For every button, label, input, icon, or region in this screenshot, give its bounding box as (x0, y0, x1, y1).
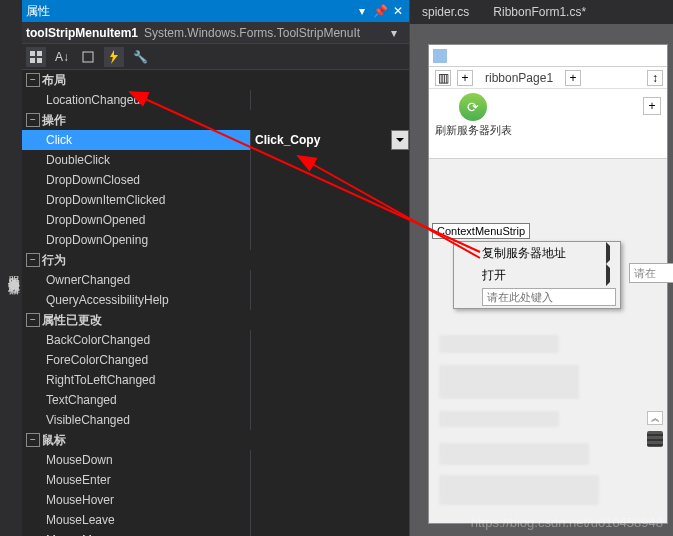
property-name: BackColorChanged (22, 330, 250, 350)
ribbon-menu-icon[interactable]: ▥ (435, 70, 451, 86)
property-row[interactable]: MouseDown (22, 450, 409, 470)
property-row[interactable]: RightToLeftChanged (22, 370, 409, 390)
property-value[interactable] (250, 510, 409, 530)
editor-tab[interactable]: RibbonForm1.cs* (481, 0, 598, 24)
property-row[interactable]: VisibleChanged (22, 410, 409, 430)
designer-surface[interactable]: ▥ + ribbonPage1 + ↕ ⟳ 刷新服务器列表 + Conte (410, 24, 673, 536)
add-group-icon[interactable]: + (643, 97, 661, 115)
property-value[interactable] (250, 230, 409, 250)
property-value[interactable] (250, 270, 409, 290)
ribbon-expand-icon[interactable]: ↕ (647, 70, 663, 86)
expand-chevron-icon[interactable]: ︽ (647, 411, 663, 425)
refresh-servers-button[interactable]: ⟳ 刷新服务器列表 (433, 93, 513, 138)
property-row[interactable]: LocationChanged (22, 90, 409, 110)
alphabetical-icon[interactable]: A↓ (52, 47, 72, 67)
property-value[interactable] (250, 470, 409, 490)
window-icon (433, 49, 447, 63)
property-value[interactable] (250, 330, 409, 350)
editor-tab[interactable]: spider.cs (410, 0, 481, 24)
wrench-icon[interactable]: 🔧 (130, 47, 150, 67)
property-name: DropDownClosed (22, 170, 250, 190)
property-row[interactable]: DropDownOpening (22, 230, 409, 250)
property-value[interactable] (250, 170, 409, 190)
category-row[interactable]: −属性已更改 (22, 310, 409, 330)
submenu-new-item-input[interactable]: 请在 (629, 263, 673, 283)
property-value[interactable] (250, 90, 409, 110)
object-selector[interactable]: toolStripMenuItem1 System.Windows.Forms.… (22, 22, 409, 44)
property-value[interactable] (250, 190, 409, 210)
property-row[interactable]: MouseLeave (22, 510, 409, 530)
property-name: MouseEnter (22, 470, 250, 490)
ribbon-control[interactable]: ▥ + ribbonPage1 + ↕ ⟳ 刷新服务器列表 + (429, 67, 667, 159)
ribbon-add-icon[interactable]: + (457, 70, 473, 86)
category-row[interactable]: −布局 (22, 70, 409, 90)
property-value[interactable] (250, 290, 409, 310)
obscured-region (439, 365, 579, 399)
categorized-icon[interactable] (26, 47, 46, 67)
collapse-icon[interactable]: − (26, 113, 40, 127)
collapse-icon[interactable]: − (26, 433, 40, 447)
property-row[interactable]: DropDownItemClicked (22, 190, 409, 210)
property-row[interactable]: TextChanged (22, 390, 409, 410)
svg-rect-4 (83, 52, 93, 62)
menu-new-item-input[interactable] (482, 288, 616, 306)
obscured-region (439, 411, 559, 427)
menu-item-copy-address[interactable]: 复制服务器地址 (454, 242, 620, 264)
menu-item-new-placeholder[interactable] (454, 286, 620, 308)
pin-icon[interactable]: 📌 (373, 4, 387, 18)
property-name: QueryAccessibilityHelp (22, 290, 250, 310)
property-row[interactable]: OwnerChanged (22, 270, 409, 290)
property-row[interactable]: BackColorChanged (22, 330, 409, 350)
events-icon[interactable] (104, 47, 124, 67)
category-row[interactable]: −鼠标 (22, 430, 409, 450)
properties-icon[interactable] (78, 47, 98, 67)
category-label: 布局 (42, 72, 66, 89)
property-row[interactable]: MouseEnter (22, 470, 409, 490)
property-row[interactable]: DropDownClosed (22, 170, 409, 190)
dropdown-button[interactable] (391, 130, 409, 150)
collapse-icon[interactable]: − (26, 313, 40, 327)
obscured-region (439, 443, 589, 465)
property-row[interactable]: DoubleClick (22, 150, 409, 170)
property-grid[interactable]: −布局LocationChanged−操作ClickClick_CopyDoub… (22, 70, 409, 536)
property-row[interactable]: ClickClick_Copy (22, 130, 409, 150)
property-value[interactable]: Click_Copy (250, 130, 409, 150)
context-menu[interactable]: 复制服务器地址 打开 (453, 241, 621, 309)
property-value[interactable] (250, 370, 409, 390)
property-value[interactable] (250, 150, 409, 170)
property-name: RightToLeftChanged (22, 370, 250, 390)
category-row[interactable]: −行为 (22, 250, 409, 270)
property-row[interactable]: DropDownOpened (22, 210, 409, 230)
submenu-arrow-icon (606, 268, 614, 282)
menu-item-open[interactable]: 打开 (454, 264, 620, 286)
property-row[interactable]: MouseHover (22, 490, 409, 510)
category-row[interactable]: −操作 (22, 110, 409, 130)
close-icon[interactable]: ✕ (391, 4, 405, 18)
property-row[interactable]: ForeColorChanged (22, 350, 409, 370)
contextmenustrip-label[interactable]: ContextMenuStrip (432, 223, 530, 239)
property-value[interactable] (250, 350, 409, 370)
property-value[interactable] (250, 410, 409, 430)
property-value[interactable] (250, 490, 409, 510)
form-surface[interactable]: ▥ + ribbonPage1 + ↕ ⟳ 刷新服务器列表 + Conte (428, 44, 668, 524)
property-row[interactable]: MouseMove (22, 530, 409, 536)
property-row[interactable]: QueryAccessibilityHelp (22, 290, 409, 310)
dropdown-icon[interactable]: ▾ (355, 4, 369, 18)
ribbon-add-page-icon[interactable]: + (565, 70, 581, 86)
form-titlebar (429, 45, 667, 67)
ribbon-page-tab[interactable]: ribbonPage1 (479, 71, 559, 85)
panel-title: 属性 (26, 3, 50, 20)
obscured-region (439, 475, 599, 505)
collapse-icon[interactable]: − (26, 73, 40, 87)
property-name: ForeColorChanged (22, 350, 250, 370)
property-value[interactable] (250, 210, 409, 230)
sidebar-tab[interactable]: 服务器资源管理器 (5, 266, 22, 274)
property-value[interactable] (250, 390, 409, 410)
property-name: DoubleClick (22, 150, 250, 170)
collapse-icon[interactable]: − (26, 253, 40, 267)
chevron-down-icon[interactable]: ▾ (391, 26, 405, 40)
property-name: MouseLeave (22, 510, 250, 530)
property-value[interactable] (250, 530, 409, 536)
property-value[interactable] (250, 450, 409, 470)
database-icon[interactable] (647, 431, 663, 447)
